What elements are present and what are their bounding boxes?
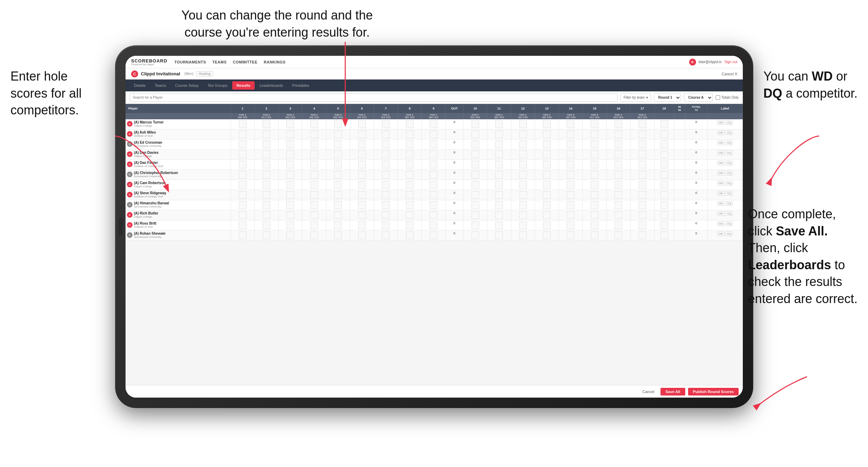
hole-8-score-input[interactable]: [406, 161, 414, 168]
hole-2-score-input[interactable]: [263, 201, 270, 209]
hole-3-input-cell[interactable]: [278, 129, 302, 140]
hole-2-score-input[interactable]: [263, 151, 270, 158]
hole-13-input-cell[interactable]: [535, 190, 559, 200]
hole-18-score-input[interactable]: [661, 171, 668, 179]
hole-11-score-input[interactable]: [495, 181, 503, 189]
hole-12-input-cell[interactable]: [511, 220, 535, 231]
hole-1-input-cell[interactable]: [231, 119, 254, 129]
hole-9-input-cell[interactable]: [422, 119, 445, 129]
hole-10-score-input[interactable]: [471, 221, 479, 229]
hole-6-score-input[interactable]: [358, 232, 366, 239]
hole-2-input-cell[interactable]: [255, 140, 278, 150]
hole-7-score-input[interactable]: [382, 191, 390, 199]
cancel-top-button[interactable]: Cancel X: [722, 72, 737, 76]
hole-16-score-input[interactable]: [614, 191, 622, 199]
hole-2-input-cell[interactable]: [255, 190, 278, 200]
hole-12-score-input[interactable]: [519, 232, 527, 239]
hole-8-score-input[interactable]: [406, 221, 414, 229]
hole-9-score-input[interactable]: [430, 151, 437, 158]
hole-3-input-cell[interactable]: [278, 160, 302, 170]
nav-committee[interactable]: COMMITTEE: [233, 60, 258, 64]
hole-11-input-cell[interactable]: [487, 140, 511, 150]
dq-button[interactable]: DQ: [726, 181, 733, 186]
hole-16-input-cell[interactable]: [606, 220, 630, 231]
hole-17-input-cell[interactable]: [631, 160, 654, 170]
hole-1-score-input[interactable]: [239, 232, 247, 239]
hole-10-score-input[interactable]: [471, 171, 479, 179]
hole-6-score-input[interactable]: [358, 221, 366, 229]
hole-8-score-input[interactable]: [406, 151, 414, 158]
hole-10-input-cell[interactable]: [463, 170, 487, 180]
hole-5-score-input[interactable]: [334, 201, 342, 209]
hole-4-input-cell[interactable]: [302, 129, 326, 140]
hole-15-input-cell[interactable]: [583, 210, 606, 220]
hole-5-input-cell[interactable]: [326, 190, 350, 200]
hole-18-input-cell[interactable]: [654, 200, 674, 210]
hole-12-input-cell[interactable]: [511, 180, 535, 190]
hole-4-score-input[interactable]: [310, 191, 318, 199]
dq-button[interactable]: DQ: [726, 120, 733, 125]
hole-2-input-cell[interactable]: [255, 180, 278, 190]
hole-15-input-cell[interactable]: [583, 200, 606, 210]
hole-14-input-cell[interactable]: [559, 129, 582, 140]
hole-10-score-input[interactable]: [471, 191, 479, 199]
hole-13-input-cell[interactable]: [535, 200, 559, 210]
hole-15-input-cell[interactable]: [583, 190, 606, 200]
hole-15-score-input[interactable]: [591, 151, 598, 158]
hole-8-score-input[interactable]: [406, 211, 414, 219]
hole-6-input-cell[interactable]: [350, 190, 374, 200]
hole-18-input-cell[interactable]: [654, 170, 674, 180]
hole-4-input-cell[interactable]: [302, 180, 326, 190]
hole-14-input-cell[interactable]: [559, 220, 582, 231]
hole-9-input-cell[interactable]: [422, 231, 445, 241]
hole-15-input-cell[interactable]: [583, 140, 606, 150]
hole-9-input-cell[interactable]: [422, 150, 445, 160]
hole-2-score-input[interactable]: [263, 232, 270, 239]
hole-15-score-input[interactable]: [591, 161, 598, 168]
hole-4-score-input[interactable]: [310, 151, 318, 158]
hole-1-input-cell[interactable]: [231, 190, 254, 200]
hole-16-score-input[interactable]: [614, 120, 622, 128]
dq-button[interactable]: DQ: [726, 151, 733, 155]
hole-9-input-cell[interactable]: [422, 129, 445, 140]
hole-13-score-input[interactable]: [543, 161, 551, 168]
hole-11-score-input[interactable]: [495, 201, 503, 209]
hole-10-input-cell[interactable]: [463, 210, 487, 220]
hole-16-input-cell[interactable]: [606, 210, 630, 220]
hole-7-score-input[interactable]: [382, 221, 390, 229]
dq-button[interactable]: DQ: [726, 191, 733, 196]
hole-16-score-input[interactable]: [614, 130, 622, 138]
hole-4-score-input[interactable]: [310, 161, 318, 168]
hole-12-score-input[interactable]: [519, 171, 527, 179]
hole-4-input-cell[interactable]: [302, 140, 326, 150]
hole-15-score-input[interactable]: [591, 181, 598, 189]
course-select[interactable]: Course A: [684, 93, 713, 102]
hole-1-input-cell[interactable]: [231, 140, 254, 150]
hole-17-input-cell[interactable]: [631, 190, 654, 200]
hole-17-input-cell[interactable]: [631, 129, 654, 140]
hole-10-input-cell[interactable]: [463, 129, 487, 140]
hole-13-score-input[interactable]: [543, 171, 551, 179]
hole-3-input-cell[interactable]: [278, 200, 302, 210]
hole-4-score-input[interactable]: [310, 130, 318, 138]
hole-4-input-cell[interactable]: [302, 170, 326, 180]
hole-7-score-input[interactable]: [382, 130, 390, 138]
hole-1-score-input[interactable]: [239, 171, 247, 179]
hole-8-input-cell[interactable]: [398, 170, 422, 180]
hole-17-input-cell[interactable]: [631, 170, 654, 180]
hole-12-input-cell[interactable]: [511, 119, 535, 129]
hole-18-input-cell[interactable]: [654, 150, 674, 160]
hole-14-score-input[interactable]: [567, 171, 574, 179]
hole-18-input-cell[interactable]: [654, 140, 674, 150]
search-input[interactable]: [130, 93, 618, 102]
hole-11-score-input[interactable]: [495, 161, 503, 168]
hole-9-input-cell[interactable]: [422, 200, 445, 210]
hole-8-input-cell[interactable]: [398, 160, 422, 170]
hole-6-input-cell[interactable]: [350, 129, 374, 140]
hole-14-input-cell[interactable]: [559, 190, 582, 200]
hole-11-input-cell[interactable]: [487, 160, 511, 170]
hole-17-score-input[interactable]: [639, 151, 646, 158]
hole-9-score-input[interactable]: [430, 120, 437, 128]
hole-11-score-input[interactable]: [495, 141, 503, 148]
hole-5-score-input[interactable]: [334, 211, 342, 219]
